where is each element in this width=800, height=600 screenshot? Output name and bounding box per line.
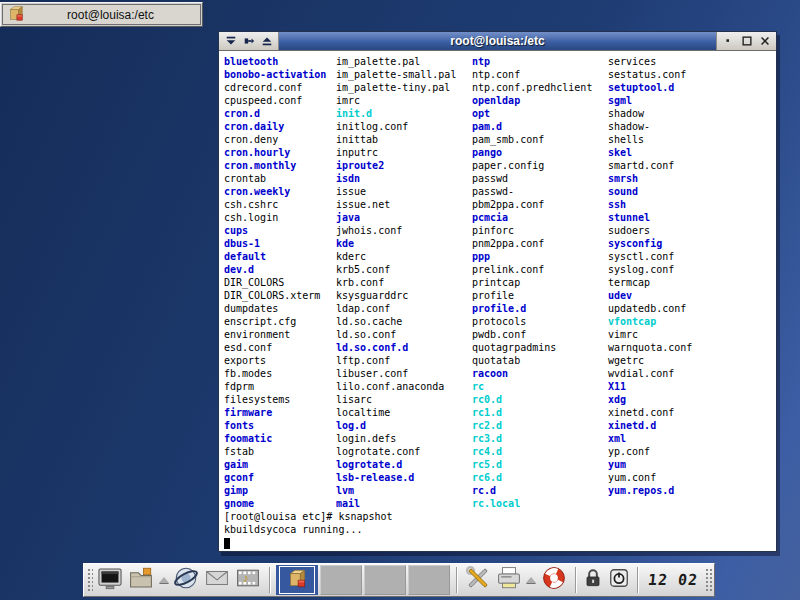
file-entry: log.d xyxy=(336,419,456,432)
file-entry: cron.monthly xyxy=(224,159,326,172)
multimedia-launcher[interactable]: ♪ xyxy=(234,565,263,595)
file-entry: sysctl.conf xyxy=(608,250,692,263)
file-entry: X11 xyxy=(608,380,692,393)
home-folder-launcher[interactable] xyxy=(126,565,155,595)
file-entry: rc1.d xyxy=(472,406,592,419)
shell-output: kbuildsycoca running... xyxy=(224,523,362,536)
envelope-icon xyxy=(204,565,230,595)
system-tools-launcher[interactable] xyxy=(463,565,492,595)
file-entry: environment xyxy=(224,328,326,341)
taskbar-slot-konsole[interactable] xyxy=(276,565,318,595)
file-entry: fstab xyxy=(224,445,326,458)
file-entry: yum xyxy=(608,458,692,471)
folder-popup-arrow-icon[interactable] xyxy=(159,577,169,583)
web-browser-launcher[interactable] xyxy=(172,565,201,595)
file-entry: opt xyxy=(472,107,592,120)
taskbar-slot-empty xyxy=(408,565,450,595)
file-entry: ppp xyxy=(472,250,592,263)
globe-icon xyxy=(173,565,199,595)
file-entry: pam.d xyxy=(472,120,592,133)
file-entry: cdrecord.conf xyxy=(224,81,326,94)
panel-clock[interactable]: 12 02 xyxy=(643,571,703,589)
file-entry: inputrc xyxy=(336,146,456,159)
file-entry: fdprm xyxy=(224,380,326,393)
file-entry: passwd- xyxy=(472,185,592,198)
file-entry: cron.daily xyxy=(224,120,326,133)
file-entry: rc.local xyxy=(472,497,592,510)
file-entry: enscript.cfg xyxy=(224,315,326,328)
file-entry: mail xyxy=(336,497,456,510)
panel-handle-right[interactable] xyxy=(704,567,712,593)
konsole-icon xyxy=(286,567,308,593)
file-entry: sgml xyxy=(608,94,692,107)
file-entry: initlog.conf xyxy=(336,120,456,133)
svg-text:♪: ♪ xyxy=(243,571,249,584)
terminal-screen[interactable]: bluetoothbonobo-activationcdrecord.confc… xyxy=(219,51,776,551)
panel-right-group: 12 02 xyxy=(633,567,712,593)
file-entry: protocols xyxy=(472,315,592,328)
file-entry: bluetooth xyxy=(224,55,326,68)
help-launcher[interactable] xyxy=(539,565,568,595)
minimize-button[interactable] xyxy=(721,34,736,49)
lifesaver-icon xyxy=(541,565,567,595)
file-entry: services xyxy=(608,55,692,68)
file-entry: ntp.conf xyxy=(472,68,592,81)
window-titlebar[interactable]: root@louisa:/etc xyxy=(219,32,776,51)
file-entry: krb5.conf xyxy=(336,263,456,276)
file-entry: ld.so.conf.d xyxy=(336,341,456,354)
file-entry: iproute2 xyxy=(336,159,456,172)
maximize-button[interactable] xyxy=(739,34,754,49)
file-entry: sudoers xyxy=(608,224,692,237)
file-entry: pnm2ppa.conf xyxy=(472,237,592,250)
ls-column-2: im_palette.palim_palette-small.palim_pal… xyxy=(336,55,456,510)
file-entry: updatedb.conf xyxy=(608,302,692,315)
file-entry: dev.d xyxy=(224,263,326,276)
file-entry: rc6.d xyxy=(472,471,592,484)
file-entry: lftp.conf xyxy=(336,354,456,367)
taskbar-button-konsole[interactable]: root@louisa:/etc xyxy=(2,4,201,25)
file-entry: lilo.conf.anaconda xyxy=(336,380,456,393)
panel-handle-left[interactable] xyxy=(86,567,93,593)
pin-icon[interactable] xyxy=(241,34,256,49)
file-entry: vfontcap xyxy=(608,315,692,328)
close-icon[interactable] xyxy=(757,34,772,49)
file-entry: exports xyxy=(224,354,326,367)
file-entry: sound xyxy=(608,185,692,198)
kicker-panel: ♪ xyxy=(83,563,715,597)
file-entry: rc.d xyxy=(472,484,592,497)
file-entry: smrsh xyxy=(608,172,692,185)
file-entry: ssh xyxy=(608,198,692,211)
terminal-launcher[interactable] xyxy=(95,565,124,595)
file-entry: passwd xyxy=(472,172,592,185)
shade-down-button[interactable] xyxy=(223,34,238,49)
file-entry: ksysguarddrc xyxy=(336,289,456,302)
printer-launcher[interactable] xyxy=(494,565,523,595)
folder-icon xyxy=(128,565,154,595)
file-entry: foomatic xyxy=(224,432,326,445)
file-entry: yum.conf xyxy=(608,471,692,484)
file-entry: sysconfig xyxy=(608,237,692,250)
file-entry: im_palette-tiny.pal xyxy=(336,81,456,94)
shell-prompt: [root@louisa etc]# ksnapshot xyxy=(224,510,393,523)
file-entry: libuser.conf xyxy=(336,367,456,380)
file-entry: skel xyxy=(608,146,692,159)
file-entry: lisarc xyxy=(336,393,456,406)
file-entry: crontab xyxy=(224,172,326,185)
file-entry: rc3.d xyxy=(472,432,592,445)
ls-column-4: servicessestatus.confsetuptool.dsgmlshad… xyxy=(608,55,692,497)
file-entry: init.d xyxy=(336,107,456,120)
shutdown-button[interactable] xyxy=(607,565,631,595)
email-launcher[interactable] xyxy=(203,565,232,595)
window-title: root@louisa:/etc xyxy=(279,32,716,50)
file-entry: inittab xyxy=(336,133,456,146)
file-entry: lsb-release.d xyxy=(336,471,456,484)
file-entry: ntp xyxy=(472,55,592,68)
shade-up-button[interactable] xyxy=(259,34,274,49)
lock-screen-button[interactable] xyxy=(581,565,605,595)
file-entry: DIR_COLORS.xterm xyxy=(224,289,326,302)
file-entry: xdg xyxy=(608,393,692,406)
file-entry: rc4.d xyxy=(472,445,592,458)
printer-popup-arrow-icon[interactable] xyxy=(526,577,536,583)
file-entry: issue.net xyxy=(336,198,456,211)
file-entry: gaim xyxy=(224,458,326,471)
